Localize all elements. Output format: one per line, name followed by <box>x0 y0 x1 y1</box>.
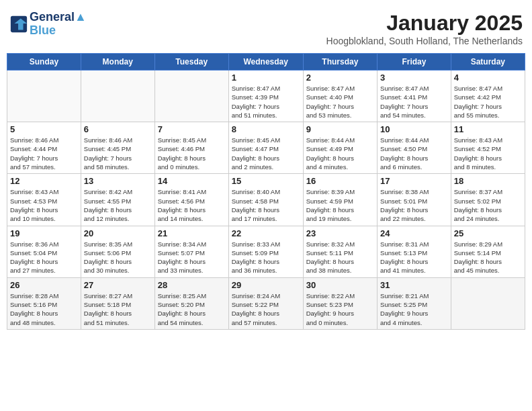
weekday-header-friday: Friday <box>378 54 451 71</box>
calendar-cell: 6Sunrise: 8:46 AM Sunset: 4:45 PM Daylig… <box>81 122 154 174</box>
day-number: 25 <box>454 228 522 238</box>
calendar-cell: 7Sunrise: 8:45 AM Sunset: 4:46 PM Daylig… <box>154 122 228 174</box>
calendar-cell: 13Sunrise: 8:42 AM Sunset: 4:55 PM Dayli… <box>81 174 154 226</box>
calendar-cell: 5Sunrise: 8:46 AM Sunset: 4:44 PM Daylig… <box>7 122 81 174</box>
day-number: 31 <box>380 280 448 290</box>
day-number: 21 <box>158 228 226 238</box>
day-info: Sunrise: 8:29 AM Sunset: 5:14 PM Dayligh… <box>454 240 522 275</box>
day-info: Sunrise: 8:47 AM Sunset: 4:41 PM Dayligh… <box>380 84 448 120</box>
day-number: 17 <box>380 176 448 186</box>
weekday-header-thursday: Thursday <box>303 54 377 71</box>
title-block: January 2025 Hoogblokland, South Holland… <box>326 11 523 46</box>
calendar-cell: 16Sunrise: 8:39 AM Sunset: 4:59 PM Dayli… <box>303 174 377 226</box>
day-info: Sunrise: 8:47 AM Sunset: 4:40 PM Dayligh… <box>306 84 374 120</box>
calendar-cell <box>451 277 525 329</box>
calendar-cell: 24Sunrise: 8:31 AM Sunset: 5:13 PM Dayli… <box>378 226 451 277</box>
month-title: January 2025 <box>326 11 523 36</box>
weekday-header-monday: Monday <box>81 54 154 71</box>
calendar-cell: 8Sunrise: 8:45 AM Sunset: 4:47 PM Daylig… <box>228 122 303 174</box>
calendar-cell <box>7 71 81 122</box>
weekday-header-tuesday: Tuesday <box>154 54 228 71</box>
day-number: 19 <box>10 228 78 238</box>
calendar-cell: 10Sunrise: 8:44 AM Sunset: 4:50 PM Dayli… <box>378 122 451 174</box>
page-header: General▲ Blue January 2025 Hoogblokland,… <box>7 7 525 50</box>
day-info: Sunrise: 8:24 AM Sunset: 5:22 PM Dayligh… <box>232 291 300 327</box>
calendar-cell: 26Sunrise: 8:28 AM Sunset: 5:16 PM Dayli… <box>7 277 81 329</box>
day-info: Sunrise: 8:33 AM Sunset: 5:09 PM Dayligh… <box>232 240 300 275</box>
calendar-cell: 18Sunrise: 8:37 AM Sunset: 5:02 PM Dayli… <box>451 174 525 226</box>
day-number: 28 <box>158 280 226 290</box>
week-row-2: 5Sunrise: 8:46 AM Sunset: 4:44 PM Daylig… <box>7 122 525 174</box>
day-number: 24 <box>380 228 448 238</box>
day-number: 11 <box>454 124 522 134</box>
calendar-cell: 25Sunrise: 8:29 AM Sunset: 5:14 PM Dayli… <box>451 226 525 277</box>
day-info: Sunrise: 8:25 AM Sunset: 5:20 PM Dayligh… <box>158 291 226 327</box>
calendar-cell: 12Sunrise: 8:43 AM Sunset: 4:53 PM Dayli… <box>7 174 81 226</box>
calendar-cell: 4Sunrise: 8:47 AM Sunset: 4:42 PM Daylig… <box>451 71 525 122</box>
day-number: 27 <box>84 280 152 290</box>
day-number: 18 <box>454 176 522 186</box>
day-number: 5 <box>10 124 78 134</box>
calendar-cell: 22Sunrise: 8:33 AM Sunset: 5:09 PM Dayli… <box>228 226 303 277</box>
day-info: Sunrise: 8:38 AM Sunset: 5:01 PM Dayligh… <box>380 187 448 223</box>
calendar-cell: 20Sunrise: 8:35 AM Sunset: 5:06 PM Dayli… <box>81 226 154 277</box>
calendar-cell: 28Sunrise: 8:25 AM Sunset: 5:20 PM Dayli… <box>154 277 228 329</box>
calendar-cell: 3Sunrise: 8:47 AM Sunset: 4:41 PM Daylig… <box>378 71 451 122</box>
week-row-1: 1Sunrise: 8:47 AM Sunset: 4:39 PM Daylig… <box>7 71 525 122</box>
location-title: Hoogblokland, South Holland, The Netherl… <box>326 36 523 46</box>
day-number: 26 <box>10 280 78 290</box>
day-number: 16 <box>306 176 374 186</box>
week-row-3: 12Sunrise: 8:43 AM Sunset: 4:53 PM Dayli… <box>7 174 525 226</box>
calendar-cell: 1Sunrise: 8:47 AM Sunset: 4:39 PM Daylig… <box>228 71 303 122</box>
day-number: 9 <box>306 124 374 134</box>
day-number: 8 <box>232 124 300 134</box>
day-number: 12 <box>10 176 78 186</box>
day-info: Sunrise: 8:45 AM Sunset: 4:46 PM Dayligh… <box>158 136 226 171</box>
week-row-5: 26Sunrise: 8:28 AM Sunset: 5:16 PM Dayli… <box>7 277 525 329</box>
day-info: Sunrise: 8:47 AM Sunset: 4:42 PM Dayligh… <box>454 84 522 120</box>
day-info: Sunrise: 8:37 AM Sunset: 5:02 PM Dayligh… <box>454 187 522 223</box>
day-info: Sunrise: 8:27 AM Sunset: 5:18 PM Dayligh… <box>84 291 152 327</box>
day-number: 6 <box>84 124 152 134</box>
day-info: Sunrise: 8:34 AM Sunset: 5:07 PM Dayligh… <box>158 240 226 275</box>
day-info: Sunrise: 8:44 AM Sunset: 4:50 PM Dayligh… <box>380 136 448 171</box>
calendar-cell: 29Sunrise: 8:24 AM Sunset: 5:22 PM Dayli… <box>228 277 303 329</box>
day-info: Sunrise: 8:46 AM Sunset: 4:44 PM Dayligh… <box>10 136 78 171</box>
calendar-cell <box>154 71 228 122</box>
day-info: Sunrise: 8:35 AM Sunset: 5:06 PM Dayligh… <box>84 240 152 275</box>
day-info: Sunrise: 8:22 AM Sunset: 5:23 PM Dayligh… <box>306 291 374 327</box>
day-info: Sunrise: 8:44 AM Sunset: 4:49 PM Dayligh… <box>306 136 374 171</box>
calendar-cell: 31Sunrise: 8:21 AM Sunset: 5:25 PM Dayli… <box>378 277 451 329</box>
day-number: 10 <box>380 124 448 134</box>
day-info: Sunrise: 8:43 AM Sunset: 4:53 PM Dayligh… <box>10 187 78 223</box>
calendar-cell: 14Sunrise: 8:41 AM Sunset: 4:56 PM Dayli… <box>154 174 228 226</box>
day-info: Sunrise: 8:36 AM Sunset: 5:04 PM Dayligh… <box>10 240 78 275</box>
day-number: 15 <box>232 176 300 186</box>
week-row-4: 19Sunrise: 8:36 AM Sunset: 5:04 PM Dayli… <box>7 226 525 277</box>
calendar-cell: 30Sunrise: 8:22 AM Sunset: 5:23 PM Dayli… <box>303 277 377 329</box>
day-info: Sunrise: 8:39 AM Sunset: 4:59 PM Dayligh… <box>306 187 374 223</box>
day-info: Sunrise: 8:31 AM Sunset: 5:13 PM Dayligh… <box>380 240 448 275</box>
day-info: Sunrise: 8:46 AM Sunset: 4:45 PM Dayligh… <box>84 136 152 171</box>
day-info: Sunrise: 8:28 AM Sunset: 5:16 PM Dayligh… <box>10 291 78 327</box>
logo-text: General▲ Blue <box>30 11 87 38</box>
day-info: Sunrise: 8:43 AM Sunset: 4:52 PM Dayligh… <box>454 136 522 171</box>
calendar-cell: 15Sunrise: 8:40 AM Sunset: 4:58 PM Dayli… <box>228 174 303 226</box>
calendar-cell: 9Sunrise: 8:44 AM Sunset: 4:49 PM Daylig… <box>303 122 377 174</box>
calendar-cell: 2Sunrise: 8:47 AM Sunset: 4:40 PM Daylig… <box>303 71 377 122</box>
weekday-header-row: SundayMondayTuesdayWednesdayThursdayFrid… <box>7 54 525 71</box>
day-number: 14 <box>158 176 226 186</box>
calendar-table: SundayMondayTuesdayWednesdayThursdayFrid… <box>7 53 525 330</box>
day-info: Sunrise: 8:47 AM Sunset: 4:39 PM Dayligh… <box>232 84 300 120</box>
logo: General▲ Blue <box>9 11 87 38</box>
day-info: Sunrise: 8:32 AM Sunset: 5:11 PM Dayligh… <box>306 240 374 275</box>
day-number: 22 <box>232 228 300 238</box>
day-info: Sunrise: 8:45 AM Sunset: 4:47 PM Dayligh… <box>232 136 300 171</box>
calendar-cell: 21Sunrise: 8:34 AM Sunset: 5:07 PM Dayli… <box>154 226 228 277</box>
calendar-cell: 27Sunrise: 8:27 AM Sunset: 5:18 PM Dayli… <box>81 277 154 329</box>
day-number: 23 <box>306 228 374 238</box>
calendar-cell: 17Sunrise: 8:38 AM Sunset: 5:01 PM Dayli… <box>378 174 451 226</box>
day-info: Sunrise: 8:42 AM Sunset: 4:55 PM Dayligh… <box>84 187 152 223</box>
logo-icon <box>9 15 28 34</box>
day-number: 1 <box>232 73 300 83</box>
